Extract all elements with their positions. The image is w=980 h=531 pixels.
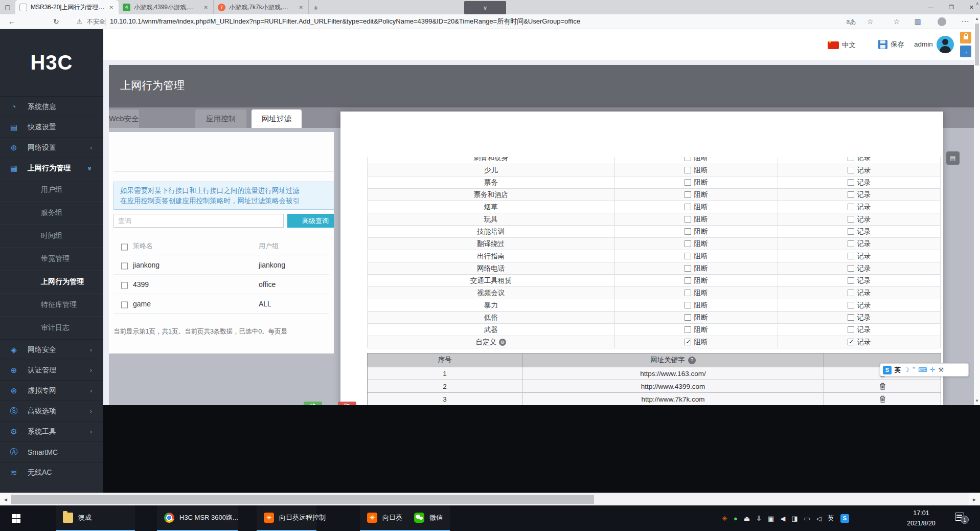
log-checkbox[interactable]	[848, 314, 854, 321]
username-label[interactable]: admin	[914, 40, 933, 48]
close-icon[interactable]: ✕	[108, 5, 115, 10]
search-input[interactable]	[113, 214, 284, 228]
close-icon[interactable]: ✕	[203, 5, 209, 10]
table-row[interactable]: game ALL	[113, 294, 329, 314]
taskbar-app[interactable]: H3C MSR 3600路...	[157, 505, 238, 531]
block-checkbox[interactable]	[685, 277, 691, 284]
taskbar-app[interactable]: ✳ 向日葵	[360, 505, 407, 531]
caret-up-icon[interactable]: ∧	[975, 1, 979, 6]
sidebar-item[interactable]: ◈ 网络安全 ›	[0, 339, 103, 360]
ime-icon[interactable]: S	[883, 366, 892, 374]
security-label[interactable]: 不安全	[87, 14, 105, 29]
language-switch[interactable]: 中文	[828, 40, 856, 50]
block-checkbox[interactable]	[685, 302, 691, 308]
ime-icon[interactable]: ⚒	[938, 366, 944, 373]
favorite-add-icon[interactable]: ☆	[864, 14, 876, 29]
block-checkbox[interactable]	[685, 240, 691, 247]
page-tab[interactable]: 应用控制	[195, 109, 246, 128]
tab-group-icon[interactable]: ▢	[0, 0, 15, 14]
sidebar-item[interactable]: 特征库管理	[0, 293, 103, 316]
advanced-search-button[interactable]: 高级查询	[287, 214, 334, 228]
new-tab-button[interactable]: +	[309, 0, 323, 14]
block-checkbox[interactable]	[685, 167, 691, 173]
log-checkbox[interactable]	[848, 326, 854, 333]
log-checkbox[interactable]	[848, 277, 854, 284]
sidebar-item[interactable]: ▤ 快速设置	[0, 117, 103, 137]
table-row[interactable]: 4399 office	[113, 275, 329, 294]
block-checkbox[interactable]	[685, 253, 691, 259]
block-checkbox[interactable]	[685, 157, 691, 161]
tray-icon[interactable]: ⇩	[756, 515, 762, 522]
horizontal-scrollbar[interactable]: ◄ ►	[0, 493, 980, 505]
tray-icon[interactable]: ▭	[804, 515, 810, 522]
sidebar-item[interactable]: 审计日志	[0, 316, 103, 339]
custom-category-gear-icon[interactable]: ⚙	[499, 339, 506, 346]
browser-tab[interactable]: 4 小游戏,4399小游戏,小游戏大全, ✕	[119, 0, 214, 14]
page-tab[interactable]: 网址过滤	[252, 109, 302, 128]
taskbar-app[interactable]: 澳成	[56, 505, 135, 531]
block-checkbox[interactable]	[685, 204, 691, 210]
ime-icon[interactable]: 英	[895, 366, 901, 374]
block-checkbox[interactable]	[685, 314, 691, 321]
window-close-button[interactable]: ✕	[969, 4, 974, 11]
sidebar-item[interactable]: ≋ 无线AC	[0, 462, 103, 482]
sidebar-item[interactable]: 时间组	[0, 224, 103, 247]
log-checkbox[interactable]	[848, 191, 854, 198]
block-checkbox[interactable]	[685, 191, 691, 198]
select-all-checkbox[interactable]	[121, 244, 128, 250]
sidebar-item[interactable]: 服务组	[0, 201, 103, 224]
log-checkbox[interactable]	[848, 290, 854, 296]
taskbar-app[interactable]: ✳ 向日葵远程控制	[257, 505, 316, 531]
log-checkbox[interactable]	[848, 228, 854, 235]
start-button[interactable]	[0, 505, 32, 531]
sidebar-item[interactable]: Ⓢ 高级选项 ›	[0, 401, 103, 421]
row-checkbox[interactable]	[121, 263, 128, 270]
tray-icon[interactable]: S	[840, 514, 849, 523]
row-checkbox[interactable]	[121, 282, 128, 289]
tray-icon[interactable]: ▣	[768, 515, 774, 522]
vertical-scroll-thumb[interactable]	[975, 24, 979, 65]
taskbar-app[interactable]: 微信	[407, 505, 450, 531]
notification-center[interactable]: 1	[955, 512, 970, 525]
browser-tab[interactable]: MSR36-20|上网行为管理|上网行 ✕	[15, 0, 119, 14]
favorites-bar-icon[interactable]: ☆	[891, 14, 903, 29]
delete-keyword-icon[interactable]	[879, 395, 886, 403]
block-checkbox[interactable]	[685, 290, 691, 296]
tray-icon[interactable]: ✳	[722, 515, 727, 522]
taskbar-clock[interactable]: 17:01 2021/8/20	[896, 508, 947, 528]
log-checkbox[interactable]	[848, 339, 854, 345]
logout-button[interactable]: →	[960, 46, 971, 57]
log-checkbox[interactable]	[848, 179, 854, 186]
sidebar-item[interactable]: ⊕ 网络设置 ›	[0, 137, 103, 158]
block-checkbox[interactable]	[685, 326, 691, 333]
block-checkbox[interactable]	[685, 339, 691, 345]
restore-button[interactable]: ❐	[949, 4, 954, 11]
log-checkbox[interactable]	[848, 240, 854, 247]
log-checkbox[interactable]	[848, 265, 854, 272]
sidebar-item[interactable]: 带宽管理	[0, 247, 103, 270]
url-text[interactable]: 10.10.10.1/wnm/frame/index.php#M_URLInde…	[110, 14, 841, 29]
block-checkbox[interactable]	[685, 179, 691, 186]
sidebar-item[interactable]: ⊛ 虚拟专网 ›	[0, 380, 103, 401]
sidebar-item[interactable]: 用户组	[0, 178, 103, 201]
log-checkbox[interactable]	[848, 157, 854, 161]
scroll-down-icon[interactable]: ▼	[974, 399, 980, 403]
page-tab[interactable]: Web安全	[109, 109, 139, 128]
panel-handle-icon[interactable]: ▤	[946, 151, 960, 165]
sidebar-item[interactable]: Ⓐ SmartMC	[0, 441, 103, 462]
minimize-button[interactable]: —	[928, 4, 933, 10]
back-button[interactable]: ←	[8, 14, 15, 29]
ime-icon[interactable]: ✛	[930, 366, 935, 373]
scroll-right-icon[interactable]: ►	[969, 493, 980, 506]
vertical-scrollbar[interactable]: ▲ ▼	[974, 14, 980, 405]
log-checkbox[interactable]	[848, 302, 854, 308]
ime-icon[interactable]: ’’	[913, 366, 915, 373]
tray-icon[interactable]: ◀	[780, 515, 785, 522]
lock-button[interactable]	[960, 32, 971, 43]
delete-keyword-icon[interactable]	[879, 383, 886, 390]
ime-icon[interactable]: ☽	[904, 366, 909, 373]
tray-icon[interactable]: ◁	[816, 515, 822, 522]
sidebar-item[interactable]: ⚙ 系统工具 ›	[0, 421, 103, 441]
scroll-left-icon[interactable]: ◄	[0, 493, 11, 506]
tray-icon[interactable]: ◨	[791, 515, 797, 522]
